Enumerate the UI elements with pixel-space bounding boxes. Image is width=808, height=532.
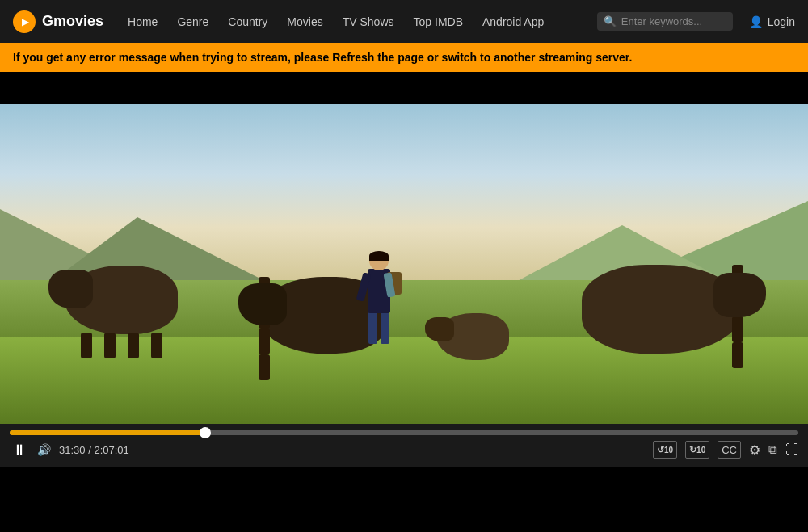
person-hair bbox=[369, 251, 389, 261]
buffalo-2-head bbox=[238, 283, 287, 325]
black-bar bbox=[0, 72, 808, 104]
nav-android[interactable]: Android App bbox=[474, 10, 552, 33]
leg bbox=[128, 333, 139, 358]
nav-genre[interactable]: Genre bbox=[169, 10, 217, 33]
buffalo-3-head bbox=[713, 273, 766, 317]
progress-fill bbox=[10, 430, 205, 435]
login-label: Login bbox=[768, 15, 795, 28]
play-pause-button[interactable]: ⏸ bbox=[10, 440, 29, 459]
video-scene bbox=[0, 104, 808, 424]
nav-home[interactable]: Home bbox=[120, 10, 166, 33]
user-icon: 👤 bbox=[749, 15, 763, 28]
controls-row: ⏸ 🔊 31:30 / 2:07:01 ↺10 ↻10 CC ⚙ ⧉ ⛶ bbox=[10, 435, 798, 467]
fullscreen-button[interactable]: ⛶ bbox=[785, 442, 798, 457]
leg bbox=[104, 333, 116, 358]
buffalo-3-body bbox=[582, 265, 743, 354]
buffalo-1-head bbox=[48, 270, 93, 308]
person-leg-right bbox=[381, 312, 389, 344]
person-torso bbox=[368, 269, 390, 313]
settings-button[interactable]: ⚙ bbox=[749, 442, 760, 458]
video-controls: ⏸ 🔊 31:30 / 2:07:01 ↺10 ↻10 CC ⚙ ⧉ ⛶ bbox=[0, 424, 808, 467]
logo[interactable]: Gmovies bbox=[13, 10, 103, 33]
nav-topimdb[interactable]: Top IMDB bbox=[406, 10, 471, 33]
rewind10-label: ↺10 bbox=[657, 445, 673, 455]
buffalo-1 bbox=[65, 266, 178, 334]
person-legs bbox=[368, 312, 389, 344]
buffalo-1-legs bbox=[81, 333, 162, 358]
search-area[interactable]: 🔍 bbox=[597, 12, 733, 31]
buffalo-3 bbox=[582, 265, 743, 354]
search-icon: 🔍 bbox=[604, 15, 617, 27]
current-time: 31:30 bbox=[59, 444, 86, 456]
progress-bar[interactable] bbox=[10, 430, 798, 435]
leg bbox=[732, 342, 743, 368]
logo-icon bbox=[13, 10, 36, 33]
leg bbox=[259, 354, 270, 380]
search-input[interactable] bbox=[621, 15, 726, 27]
total-time: 2:07:01 bbox=[94, 444, 128, 456]
person bbox=[368, 251, 390, 344]
buffalo-4-head bbox=[425, 317, 454, 341]
leg bbox=[151, 333, 162, 358]
controls-left: ⏸ 🔊 31:30 / 2:07:01 bbox=[10, 440, 129, 459]
logo-text: Gmovies bbox=[42, 13, 103, 30]
buffalo-4 bbox=[436, 313, 509, 360]
nav-country[interactable]: Country bbox=[220, 10, 276, 33]
alert-message: If you get any error message when trying… bbox=[13, 51, 632, 64]
cc-label: CC bbox=[722, 444, 737, 456]
forward10-button[interactable]: ↻10 bbox=[685, 441, 709, 459]
nav: Home Genre Country Movies TV Shows Top I… bbox=[120, 10, 581, 33]
nav-tvshows[interactable]: TV Shows bbox=[335, 10, 402, 33]
person-head bbox=[369, 251, 389, 270]
alert-bar: If you get any error message when trying… bbox=[0, 43, 808, 72]
leg bbox=[259, 329, 270, 354]
leg bbox=[81, 333, 92, 358]
captions-button[interactable]: CC bbox=[718, 441, 741, 459]
video-player[interactable] bbox=[0, 104, 808, 424]
person-leg-left bbox=[368, 312, 377, 344]
leg bbox=[732, 316, 743, 342]
rewind10-button[interactable]: ↺10 bbox=[653, 441, 677, 459]
progress-thumb[interactable] bbox=[200, 427, 211, 438]
buffalo-1-body bbox=[65, 266, 178, 334]
nav-movies[interactable]: Movies bbox=[279, 10, 330, 33]
header: Gmovies Home Genre Country Movies TV Sho… bbox=[0, 0, 808, 43]
time-display: 31:30 / 2:07:01 bbox=[59, 444, 129, 456]
buffalo-4-body bbox=[436, 313, 509, 360]
volume-icon: 🔊 bbox=[37, 443, 51, 456]
controls-right: ↺10 ↻10 CC ⚙ ⧉ ⛶ bbox=[653, 441, 798, 459]
forward10-label: ↻10 bbox=[689, 445, 705, 455]
login-area[interactable]: 👤 Login bbox=[749, 15, 795, 28]
pip-button[interactable]: ⧉ bbox=[768, 442, 777, 457]
person-body bbox=[368, 251, 390, 344]
